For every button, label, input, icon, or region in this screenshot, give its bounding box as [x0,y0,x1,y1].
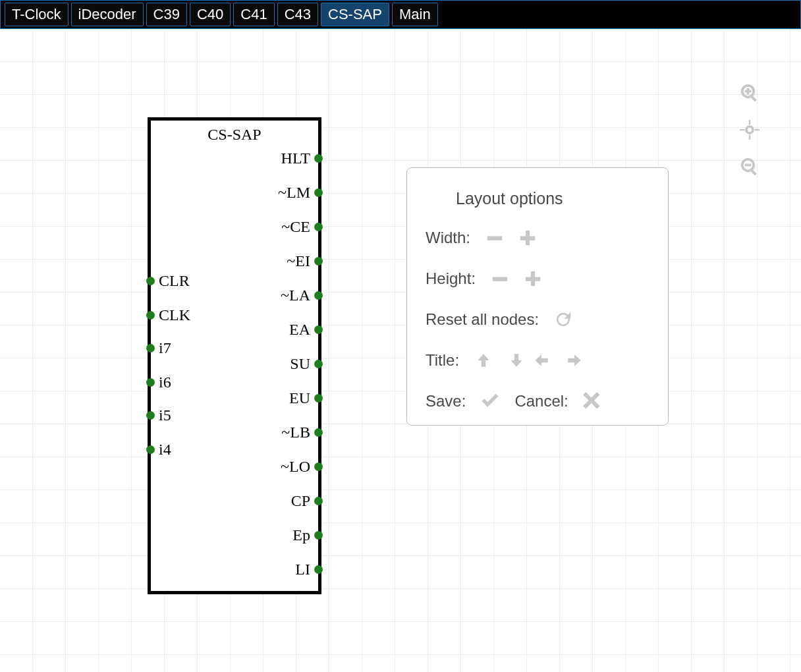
port-label: HLT [281,150,310,167]
reset-label: Reset all nodes: [426,310,539,329]
panel-title: Layout options [456,189,649,208]
port-node-icon[interactable] [314,188,323,197]
port-label: ~LO [281,458,310,476]
port-node-icon[interactable] [314,223,323,231]
svg-rect-11 [749,120,751,125]
svg-rect-13 [740,129,745,131]
port-eu[interactable]: EU [289,389,323,407]
svg-rect-16 [750,169,757,176]
title-label: Title: [426,351,459,370]
circuit-canvas[interactable]: CS-SAP CLRCLKi7i6i5i4HLT~LM~CE~EI~LAEASU… [0,29,801,672]
port-ep[interactable]: Ep [292,526,323,544]
port-ea[interactable]: EA [289,321,323,339]
svg-rect-2 [526,231,530,246]
port-label: i5 [159,406,171,424]
port-nlb[interactable]: ~LB [281,424,323,441]
port-node-icon[interactable] [314,325,323,334]
port-node-icon[interactable] [146,378,155,387]
title-move-up-button[interactable] [472,349,495,372]
port-su[interactable]: SU [290,355,323,373]
port-i6[interactable]: i6 [146,374,171,391]
port-label: EA [289,321,310,339]
port-i7[interactable]: i7 [146,339,171,357]
port-label: CLR [159,272,190,290]
svg-rect-12 [749,135,751,140]
tab-c39[interactable]: C39 [146,3,187,26]
tab-t-clock[interactable]: T-Clock [5,3,69,26]
height-row: Height: [426,267,649,290]
port-node-icon[interactable] [314,497,323,505]
port-label: LI [295,561,310,578]
svg-rect-7 [750,96,757,102]
title-move-down-button[interactable] [505,349,528,372]
zoom-toolbar [736,82,763,178]
port-node-icon[interactable] [146,445,155,454]
zoom-center-button[interactable] [738,119,761,141]
port-node-icon[interactable] [314,257,323,266]
svg-rect-3 [493,277,508,281]
width-increase-button[interactable] [516,227,539,249]
port-node-icon[interactable] [314,462,323,471]
port-i5[interactable]: i5 [146,406,171,424]
height-increase-button[interactable] [522,267,544,290]
port-cp[interactable]: CP [291,492,323,510]
port-label: ~CE [281,218,310,236]
port-nce[interactable]: ~CE [281,218,323,236]
port-label: CP [291,492,310,510]
port-hlt[interactable]: HLT [281,150,323,167]
port-nlo[interactable]: ~LO [281,458,323,476]
tab-idecoder[interactable]: iDecoder [71,3,144,26]
svg-rect-9 [745,90,752,93]
tabs-bar: T-Clock iDecoder C39 C40 C41 C43 CS-SAP … [0,0,801,29]
port-nla[interactable]: ~LA [281,287,323,304]
port-node-icon[interactable] [314,360,323,368]
title-move-right-button[interactable] [563,349,586,372]
reset-nodes-button[interactable] [552,308,574,331]
tab-c40[interactable]: C40 [190,3,231,26]
port-label: ~LB [281,424,310,441]
port-node-icon[interactable] [146,344,155,352]
height-decrease-button[interactable] [489,267,511,290]
port-i4[interactable]: i4 [146,441,171,459]
zoom-in-button[interactable] [738,82,761,104]
port-node-icon[interactable] [314,291,323,300]
port-node-icon[interactable] [146,411,155,420]
circuit-block-cs-sap[interactable]: CS-SAP CLRCLKi7i6i5i4HLT~LM~CE~EI~LAEASU… [148,117,321,594]
tab-c41[interactable]: C41 [233,3,274,26]
port-node-icon[interactable] [314,428,323,437]
port-node-icon[interactable] [314,154,323,163]
save-label: Save: [426,392,466,410]
title-row: Title: [426,349,649,372]
circuit-block-title: CS-SAP [151,126,318,144]
port-label: i6 [159,374,171,391]
zoom-out-button[interactable] [738,155,761,178]
port-nei[interactable]: ~EI [287,252,323,270]
height-label: Height: [426,269,476,288]
port-node-icon[interactable] [146,277,155,285]
svg-rect-5 [531,271,535,287]
port-node-icon[interactable] [314,531,323,540]
port-nlm[interactable]: ~LM [278,184,323,202]
port-label: EU [289,389,310,407]
port-li[interactable]: LI [295,561,323,578]
tab-main[interactable]: Main [392,3,438,26]
port-label: SU [290,355,310,373]
title-move-left-button[interactable] [530,349,553,372]
save-button[interactable] [479,390,501,412]
port-node-icon[interactable] [314,394,323,403]
port-label: ~EI [287,252,310,270]
port-clk[interactable]: CLK [146,306,190,324]
svg-rect-14 [755,129,760,131]
port-label: i7 [159,339,171,357]
port-clr[interactable]: CLR [146,272,190,290]
tab-cs-sap[interactable]: CS-SAP [321,3,389,26]
port-node-icon[interactable] [314,565,323,574]
port-label: i4 [159,441,171,459]
width-label: Width: [426,229,470,247]
width-decrease-button[interactable] [483,227,506,249]
cancel-button[interactable] [582,390,604,412]
port-node-icon[interactable] [146,311,155,320]
tab-c43[interactable]: C43 [277,3,318,26]
svg-rect-17 [745,164,752,167]
port-label: CLK [159,306,190,324]
